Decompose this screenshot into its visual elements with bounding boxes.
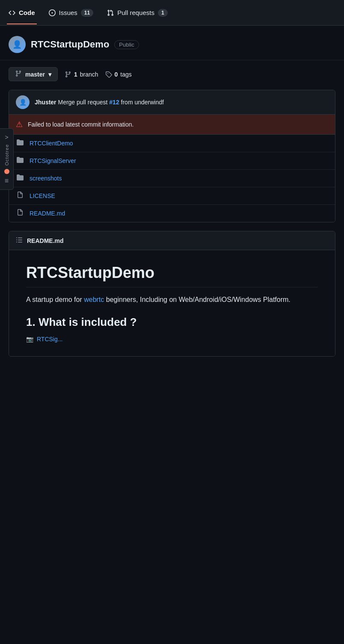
top-nav: Code Issues 11 Pull requests 1 bbox=[0, 0, 344, 26]
branch-button[interactable]: master ▾ bbox=[9, 67, 58, 81]
branches-count: 1 bbox=[74, 71, 77, 78]
file-icon-readme bbox=[16, 209, 24, 218]
readme-webrtc-link[interactable]: webrtc bbox=[84, 296, 104, 303]
file-name-screenshots: screenshots bbox=[30, 175, 62, 182]
octotree-sidebar: > Octotree ≡ bbox=[0, 128, 14, 190]
error-row: ⚠ Failed to load latest commit informati… bbox=[9, 115, 335, 135]
readme-section1-title: 1. What is included ? bbox=[26, 316, 318, 329]
branch-icon bbox=[15, 70, 22, 78]
readme-list-icon bbox=[16, 236, 23, 245]
commit-author: Jhuster bbox=[35, 99, 56, 106]
octotree-arrow-icon: > bbox=[5, 134, 8, 141]
branch-name: master bbox=[25, 71, 45, 78]
readme-section: README.md RTCStartupDemo A startup demo … bbox=[9, 231, 335, 357]
pull-request-icon bbox=[107, 9, 114, 16]
file-name-rtcclientdemo: RTCClientDemo bbox=[30, 140, 73, 147]
repo-title: RTCStartupDemo bbox=[31, 39, 109, 50]
file-table: 👤 Jhuster Merge pull request #12 from un… bbox=[9, 90, 335, 222]
folder-icon-2 bbox=[16, 157, 24, 165]
tags-label: tags bbox=[120, 71, 131, 78]
error-icon: ⚠ bbox=[16, 120, 23, 129]
nav-issues-label: Issues bbox=[59, 9, 77, 16]
readme-sub-text: RTCSig... bbox=[37, 336, 62, 343]
repo-header: 👤 RTCStartupDemo Public bbox=[0, 26, 344, 60]
file-name-license: LICENSE bbox=[30, 192, 55, 199]
issues-badge: 11 bbox=[81, 9, 93, 17]
nav-code-label: Code bbox=[19, 9, 35, 16]
file-row-rtcsignalserver[interactable]: RTCSignalServer bbox=[9, 152, 335, 170]
readme-description: A startup demo for webrtc beginners, Inc… bbox=[26, 294, 318, 305]
octotree-label: Octotree bbox=[4, 144, 9, 165]
nav-pr-label: Pull requests bbox=[117, 9, 154, 16]
octotree-menu-icon: ≡ bbox=[5, 177, 9, 184]
error-message: Failed to load latest commit information… bbox=[28, 121, 133, 128]
file-row-license[interactable]: LICENSE bbox=[9, 187, 335, 205]
tags-link[interactable]: 0 tags bbox=[105, 71, 132, 78]
readme-title: RTCStartupDemo bbox=[26, 264, 318, 287]
pr-badge: 1 bbox=[158, 9, 168, 17]
avatar-image: 👤 bbox=[9, 36, 26, 53]
code-icon bbox=[9, 9, 15, 16]
folder-icon-3 bbox=[16, 174, 24, 183]
readme-header: README.md bbox=[9, 231, 335, 250]
commit-row: 👤 Jhuster Merge pull request #12 from un… bbox=[9, 90, 335, 115]
file-row-readme[interactable]: README.md bbox=[9, 205, 335, 222]
nav-issues[interactable]: Issues 11 bbox=[47, 6, 95, 20]
visibility-badge: Public bbox=[114, 40, 139, 49]
file-name-readme: README.md bbox=[30, 210, 65, 217]
folder-icon bbox=[16, 139, 24, 148]
octotree-tab[interactable]: > Octotree ≡ bbox=[0, 128, 14, 190]
commit-message: Jhuster Merge pull request #12 from unde… bbox=[35, 99, 164, 106]
readme-body: RTCStartupDemo A startup demo for webrtc… bbox=[9, 250, 335, 356]
branches-link[interactable]: 1 branch bbox=[65, 71, 98, 78]
octotree-dot bbox=[4, 169, 9, 174]
issues-icon bbox=[49, 9, 56, 16]
commit-pr-number[interactable]: #12 bbox=[109, 99, 119, 106]
readme-desc-suffix: beginners, Including on Web/Android/iOS/… bbox=[106, 296, 291, 303]
branch-bar: master ▾ 1 branch 0 tags bbox=[0, 67, 344, 90]
readme-sub-icon: 📷 bbox=[26, 336, 33, 343]
readme-sub-link[interactable]: 📷 RTCSig... bbox=[26, 336, 318, 343]
branch-chevron-icon: ▾ bbox=[48, 71, 51, 78]
branches-label: branch bbox=[80, 71, 98, 78]
readme-desc-prefix: A startup demo for bbox=[26, 296, 82, 303]
file-row-screenshots[interactable]: screenshots bbox=[9, 170, 335, 187]
file-row-rtcclientdemo[interactable]: RTCClientDemo bbox=[9, 135, 335, 152]
commit-message-suffix: from underwindf bbox=[121, 99, 164, 106]
commit-message-prefix: Merge pull request bbox=[58, 99, 109, 106]
header-divider bbox=[0, 60, 344, 60]
tags-count: 0 bbox=[115, 71, 118, 78]
nav-pull-requests[interactable]: Pull requests 1 bbox=[105, 6, 169, 20]
file-name-rtcsignalserver: RTCSignalServer bbox=[30, 157, 76, 164]
nav-code[interactable]: Code bbox=[7, 6, 37, 20]
commit-avatar: 👤 bbox=[16, 95, 30, 109]
avatar: 👤 bbox=[9, 36, 26, 53]
file-icon-license bbox=[16, 192, 24, 200]
readme-header-label: README.md bbox=[27, 237, 64, 244]
